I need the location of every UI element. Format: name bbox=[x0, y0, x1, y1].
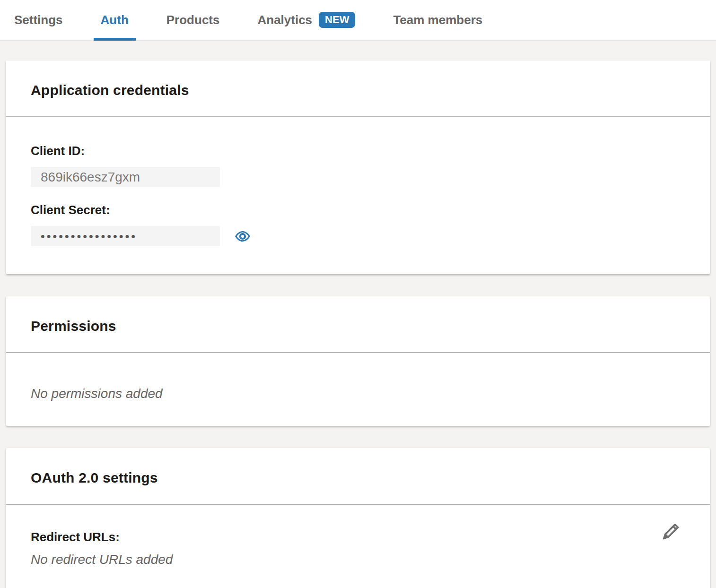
permissions-body: No permissions added bbox=[6, 353, 710, 426]
client-id-field[interactable]: 869ik66esz7gxm bbox=[31, 167, 220, 187]
application-credentials-card: Application credentials Client ID: 869ik… bbox=[6, 61, 710, 274]
client-id-value: 869ik66esz7gxm bbox=[41, 170, 140, 185]
oauth-settings-header: OAuth 2.0 settings bbox=[6, 448, 710, 505]
oauth-settings-title: OAuth 2.0 settings bbox=[31, 470, 685, 486]
tab-team-members[interactable]: Team members bbox=[386, 0, 489, 40]
permissions-card: Permissions No permissions added bbox=[6, 296, 710, 426]
no-permissions-text: No permissions added bbox=[31, 386, 685, 401]
permissions-title: Permissions bbox=[31, 318, 685, 334]
tab-settings-label: Settings bbox=[14, 13, 63, 27]
new-badge: NEW bbox=[319, 12, 355, 28]
no-redirect-urls-text: No redirect URLs added bbox=[31, 552, 685, 567]
permissions-header: Permissions bbox=[6, 296, 710, 353]
tab-bar: Settings Auth Products Analytics NEW Tea… bbox=[0, 0, 716, 41]
application-credentials-header: Application credentials bbox=[6, 61, 710, 117]
tab-auth-label: Auth bbox=[101, 13, 129, 27]
application-credentials-title: Application credentials bbox=[31, 82, 685, 98]
show-client-secret-button[interactable] bbox=[234, 228, 251, 245]
tab-products-label: Products bbox=[166, 13, 220, 27]
edit-redirect-urls-button[interactable] bbox=[660, 521, 681, 543]
tab-analytics[interactable]: Analytics NEW bbox=[250, 0, 362, 40]
pencil-icon bbox=[660, 521, 681, 543]
tab-products[interactable]: Products bbox=[159, 0, 227, 40]
oauth-settings-body: Redirect URLs: No redirect URLs added bbox=[6, 505, 710, 588]
tab-analytics-label: Analytics bbox=[257, 13, 312, 27]
tab-settings[interactable]: Settings bbox=[7, 0, 70, 40]
tab-team-members-label: Team members bbox=[393, 13, 482, 27]
content: Application credentials Client ID: 869ik… bbox=[0, 61, 716, 588]
client-secret-field[interactable]: •••••••••••••••• bbox=[31, 226, 220, 246]
redirect-urls-label: Redirect URLs: bbox=[31, 530, 685, 545]
client-id-label: Client ID: bbox=[31, 144, 685, 158]
client-secret-label: Client Secret: bbox=[31, 203, 685, 217]
tab-auth[interactable]: Auth bbox=[94, 0, 136, 40]
client-secret-row: •••••••••••••••• bbox=[31, 226, 685, 246]
application-credentials-body: Client ID: 869ik66esz7gxm Client Secret:… bbox=[6, 117, 710, 274]
eye-icon bbox=[235, 228, 251, 244]
oauth-settings-card: OAuth 2.0 settings Redirect URLs: No red… bbox=[6, 448, 710, 588]
client-secret-masked-value: •••••••••••••••• bbox=[41, 230, 137, 242]
